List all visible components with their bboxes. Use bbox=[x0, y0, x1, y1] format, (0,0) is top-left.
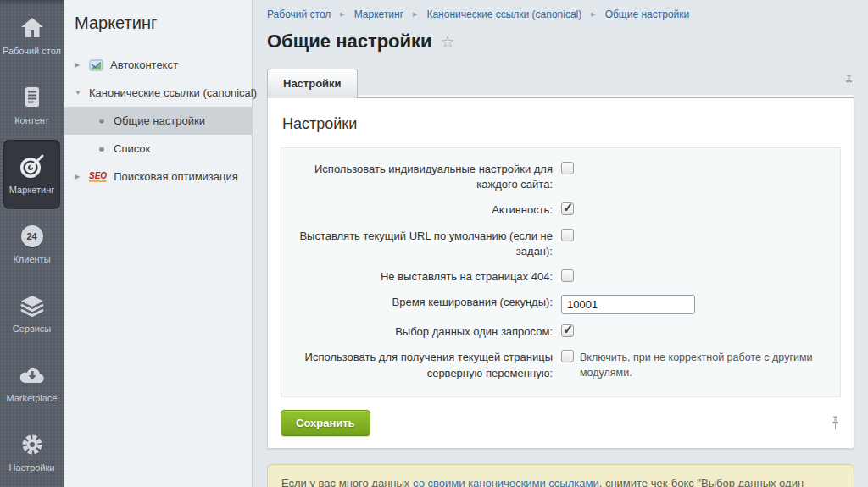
breadcrumb-link-desktop[interactable]: Рабочий стол bbox=[267, 8, 331, 20]
breadcrumb-separator-icon: ▶ bbox=[413, 11, 417, 18]
sidebar-item-clients[interactable]: 24 Клиенты bbox=[0, 209, 64, 279]
form-row-404-pages: Не выставлять на страницах 404: bbox=[281, 269, 840, 285]
sidebar-item-label: Контент bbox=[14, 115, 49, 127]
save-button[interactable]: Сохранить bbox=[281, 410, 370, 436]
sidebar-item-label: Сервисы bbox=[13, 324, 52, 335]
field-label: Использовать индивидуальные настройки дл… bbox=[281, 162, 561, 192]
field-label: Выбор данных один запросом: bbox=[281, 324, 561, 340]
breadcrumb-separator-icon: ▶ bbox=[340, 11, 344, 18]
checkbox-default-url[interactable] bbox=[561, 229, 574, 241]
form-row-cache-time: Время кеширования (секунды): bbox=[281, 295, 840, 314]
form-row-server-variable: Использовать для получения текущей стран… bbox=[281, 350, 840, 380]
main-content: Рабочий стол ▶ Маркетинг ▶ Канонические … bbox=[253, 0, 868, 487]
menu-item-label: Общие настройки bbox=[114, 114, 205, 127]
favorite-star-icon[interactable]: ☆ bbox=[441, 32, 455, 52]
menu-item-list[interactable]: Список bbox=[64, 135, 252, 163]
sidebar-item-label: Marketplace bbox=[7, 393, 58, 405]
target-icon bbox=[18, 153, 47, 180]
form-row-individual-settings: Использовать индивидуальные настройки дл… bbox=[281, 162, 840, 192]
cloud-download-icon bbox=[18, 362, 47, 389]
menu-title: Маркетинг bbox=[64, 0, 252, 51]
secondary-sidebar: Маркетинг ▶ Автоконтекст ▼ Канонические … bbox=[64, 0, 253, 487]
sidebar-item-label: Настройки bbox=[9, 462, 55, 474]
seo-icon: SEO bbox=[89, 171, 107, 182]
home-icon bbox=[19, 14, 45, 42]
clients-24-badge: 24 bbox=[21, 225, 43, 247]
menu-item-seo[interactable]: ▶ SEO Поисковая оптимизация bbox=[64, 163, 252, 191]
breadcrumb-link-canonical[interactable]: Канонические ссылки (canonical) bbox=[426, 8, 581, 20]
menu-item-canonical-links[interactable]: ▼ Канонические ссылки (canonical) bbox=[64, 79, 252, 107]
sidebar-item-services[interactable]: Сервисы bbox=[0, 279, 64, 348]
info-note: Если у вас много данных со своими канони… bbox=[267, 464, 854, 487]
layers-icon bbox=[19, 292, 46, 319]
menu-item-label: Список bbox=[114, 142, 150, 155]
cache-time-input[interactable] bbox=[561, 295, 695, 314]
sidebar-item-label: Рабочий стол bbox=[3, 46, 61, 58]
primary-sidebar: Рабочий стол Контент bbox=[0, 0, 64, 487]
checkbox-404-pages[interactable] bbox=[561, 269, 574, 282]
bullet-icon bbox=[99, 147, 104, 152]
settings-panel: Настройки Использовать индивидуальные на… bbox=[267, 97, 854, 449]
section-heading: Настройки bbox=[282, 115, 841, 133]
checkmark-icon: ✓ bbox=[563, 322, 574, 337]
checkmark-icon: ✓ bbox=[563, 200, 574, 215]
menu-item-general-settings[interactable]: Общие настройки bbox=[64, 107, 252, 135]
checkbox-single-query[interactable]: ✓ bbox=[561, 324, 574, 337]
document-icon bbox=[19, 84, 45, 111]
breadcrumb-link-general-settings[interactable]: Общие настройки bbox=[605, 8, 690, 20]
sidebar-item-desktop[interactable]: Рабочий стол bbox=[0, 1, 64, 70]
breadcrumb: Рабочий стол ▶ Маркетинг ▶ Канонические … bbox=[267, 0, 854, 20]
page-title-row: Общие настройки ☆ bbox=[267, 30, 854, 53]
tab-settings[interactable]: Настройки bbox=[267, 69, 358, 98]
bullet-icon bbox=[99, 119, 104, 124]
sidebar-item-label: Маркетинг bbox=[9, 185, 54, 196]
sidebar-item-content[interactable]: Контент bbox=[0, 70, 64, 140]
field-hint: Включить, при не корректной работе с дру… bbox=[580, 350, 840, 380]
field-label: Использовать для получения текущей стран… bbox=[281, 350, 561, 380]
menu-item-autocontext[interactable]: ▶ Автоконтекст bbox=[64, 51, 252, 79]
breadcrumb-separator-icon: ▶ bbox=[591, 11, 595, 18]
cloud-24-icon: 24 bbox=[21, 223, 43, 250]
checkbox-server-variable[interactable] bbox=[561, 350, 574, 362]
sidebar-item-label: Клиенты bbox=[13, 254, 50, 266]
sidebar-item-marketplace[interactable]: Marketplace bbox=[0, 348, 64, 418]
chevron-down-icon[interactable]: ▼ bbox=[75, 89, 82, 97]
form-actions: Сохранить bbox=[281, 410, 841, 436]
menu-item-label: Канонические ссылки (canonical) bbox=[89, 86, 257, 99]
app-root: Рабочий стол Контент bbox=[0, 0, 868, 487]
field-label: Выставлять текущий URL по умолчанию (есл… bbox=[281, 229, 561, 259]
sidebar-item-marketing[interactable]: Маркетинг bbox=[3, 140, 60, 209]
gear-icon bbox=[19, 431, 45, 458]
form-row-single-query: Выбор данных один запросом: ✓ bbox=[281, 324, 840, 340]
field-label: Не выставлять на страницах 404: bbox=[281, 269, 561, 285]
tab-bar: Настройки bbox=[267, 69, 854, 97]
pin-icon[interactable] bbox=[843, 75, 854, 92]
settings-form: Использовать индивидуальные настройки дл… bbox=[281, 147, 841, 397]
form-row-default-url: Выставлять текущий URL по умолчанию (есл… bbox=[281, 229, 840, 259]
field-label: Время кеширования (секунды): bbox=[281, 295, 561, 310]
checkbox-individual-settings[interactable] bbox=[561, 162, 574, 174]
sidebar-item-settings[interactable]: Настройки bbox=[0, 418, 64, 487]
chevron-right-icon[interactable]: ▶ bbox=[75, 173, 82, 180]
checkbox-activity[interactable]: ✓ bbox=[561, 202, 574, 215]
field-label: Активность: bbox=[281, 202, 561, 218]
pin-icon[interactable] bbox=[830, 416, 841, 430]
canonical-links-link[interactable]: со своими каноническими ссылками bbox=[413, 477, 599, 487]
chevron-right-icon[interactable]: ▶ bbox=[75, 61, 82, 69]
menu-item-label: Поисковая оптимизация bbox=[114, 170, 238, 183]
form-row-activity: Активность: ✓ bbox=[281, 202, 840, 218]
page-title: Общие настройки bbox=[267, 30, 432, 53]
menu-item-label: Автоконтекст bbox=[110, 58, 178, 71]
autocontext-chart-icon bbox=[89, 58, 103, 72]
note-text: Если у вас много данных bbox=[281, 477, 413, 487]
breadcrumb-link-marketing[interactable]: Маркетинг bbox=[354, 8, 403, 20]
